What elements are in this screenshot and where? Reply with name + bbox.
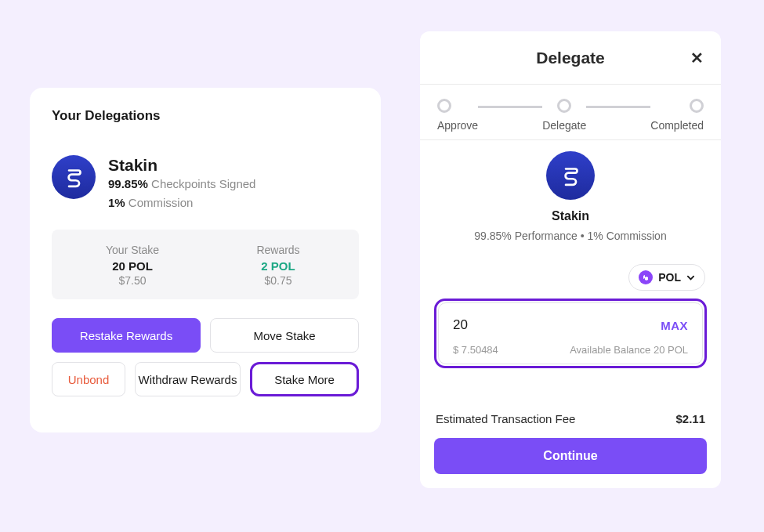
max-button[interactable]: MAX <box>661 319 688 332</box>
validator-name: Stakin <box>108 155 255 175</box>
delegate-modal: Delegate ✕ Approve Delegate Completed St… <box>420 31 721 488</box>
withdraw-rewards-button[interactable]: Withdraw Rewards <box>135 362 241 396</box>
stats-box: Your Stake 20 POL $7.50 Rewards 2 POL $0… <box>52 230 359 299</box>
stakin-icon <box>60 164 87 190</box>
close-icon[interactable]: ✕ <box>690 49 704 67</box>
step-delegate: Delegate <box>542 99 586 132</box>
available-balance: Available Balance 20 POL <box>570 344 688 356</box>
amount-box: MAX $ 7.50484 Available Balance 20 POL <box>434 299 707 368</box>
chevron-down-icon <box>686 273 695 282</box>
polygon-icon <box>639 270 653 284</box>
restake-button[interactable]: Restake Rewards <box>52 318 201 353</box>
modal-header: Delegate ✕ <box>420 31 721 85</box>
modal-body: Stakin 99.85% Performance • 1% Commissio… <box>420 140 721 488</box>
amount-usd: $ 7.50484 <box>453 344 498 356</box>
modal-title: Delegate <box>536 49 605 67</box>
buttons-row-1: Restake Rewards Move Stake <box>52 318 359 353</box>
validator-row: Stakin 99.85% Checkpoints Signed 1% Comm… <box>52 155 359 212</box>
amount-input[interactable] <box>453 317 547 333</box>
validator-logo <box>52 155 96 199</box>
step-dot <box>557 99 571 113</box>
fee-row: Estimated Transaction Fee $2.11 <box>434 412 707 425</box>
unbond-button[interactable]: Unbond <box>52 362 125 396</box>
step-completed: Completed <box>650 99 704 132</box>
continue-button[interactable]: Continue <box>434 438 707 474</box>
stakin-icon <box>557 162 584 189</box>
step-line <box>586 106 650 108</box>
modal-validator-sub: 99.85% Performance • 1% Commission <box>474 230 666 242</box>
stat-stake: Your Stake 20 POL $7.50 <box>60 244 205 287</box>
validator-commission: 1% Commission <box>108 194 255 212</box>
stake-more-button[interactable]: Stake More <box>250 362 359 396</box>
validator-logo <box>546 151 595 200</box>
step-line <box>478 106 542 108</box>
token-symbol: POL <box>658 271 681 284</box>
modal-validator-name: Stakin <box>552 209 589 223</box>
step-approve: Approve <box>437 99 478 132</box>
token-selector[interactable]: POL <box>628 264 705 291</box>
buttons-row-2: Unbond Withdraw Rewards Stake More <box>52 362 359 396</box>
validator-checkpoints: 99.85% Checkpoints Signed <box>108 175 255 194</box>
fee-value: $2.11 <box>675 412 705 425</box>
fee-label: Estimated Transaction Fee <box>436 412 575 425</box>
step-dot <box>690 99 704 113</box>
move-stake-button[interactable]: Move Stake <box>210 318 359 353</box>
validator-info: Stakin 99.85% Checkpoints Signed 1% Comm… <box>108 155 255 212</box>
modal-validator: Stakin 99.85% Performance • 1% Commissio… <box>434 151 707 242</box>
stat-rewards: Rewards 2 POL $0.75 <box>205 244 351 287</box>
delegations-title: Your Delegations <box>52 108 359 124</box>
stepper: Approve Delegate Completed <box>420 85 721 140</box>
delegations-card: Your Delegations Stakin 99.85% Checkpoin… <box>30 88 381 432</box>
step-dot <box>437 99 451 113</box>
